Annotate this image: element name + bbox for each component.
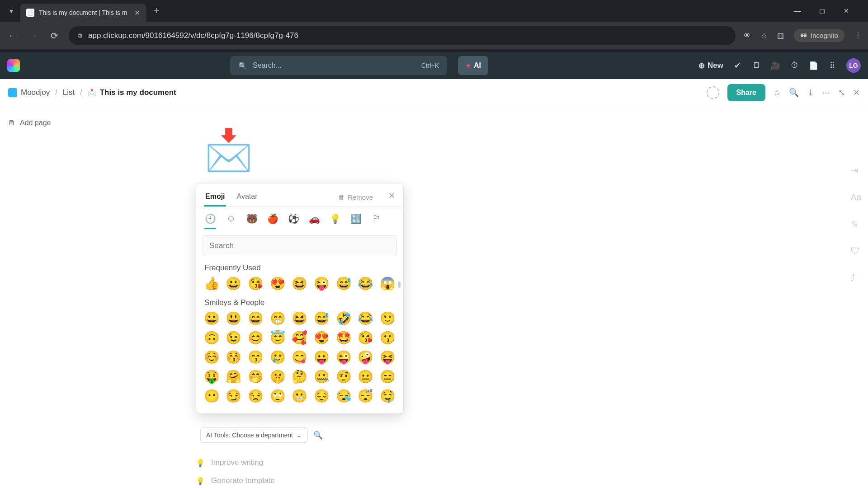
typography-icon[interactable]: Aa xyxy=(851,192,862,202)
emoji-item[interactable]: 😝 xyxy=(379,350,396,365)
ai-button[interactable]: ✦ AI xyxy=(458,56,488,75)
emoji-item[interactable]: 😛 xyxy=(313,350,330,365)
emoji-item[interactable]: 😘 xyxy=(247,276,264,291)
emoji-item[interactable]: 😑 xyxy=(379,369,396,384)
browser-menu-icon[interactable]: ⋮ xyxy=(854,31,862,40)
star-icon[interactable]: ☆ xyxy=(774,88,781,98)
window-close-icon[interactable]: ✕ xyxy=(837,7,855,14)
emoji-item[interactable]: 😁 xyxy=(269,311,286,326)
emoji-item[interactable]: 🥰 xyxy=(292,330,308,345)
crumb-workspace[interactable]: Moodjoy xyxy=(8,88,50,97)
emoji-item[interactable]: 😋 xyxy=(292,350,308,365)
tab-avatar[interactable]: Avatar xyxy=(236,188,259,206)
nav-back-icon[interactable]: ← xyxy=(6,30,19,41)
emoji-item[interactable]: 😶 xyxy=(203,389,220,404)
cat-symbols-icon[interactable]: 🔣 xyxy=(350,213,362,229)
apps-grid-icon[interactable]: ⠿ xyxy=(827,61,837,70)
doc-icon[interactable]: 📄 xyxy=(808,61,818,70)
emoji-item[interactable]: 🤫 xyxy=(269,369,286,384)
window-maximize-icon[interactable]: ▢ xyxy=(813,7,831,14)
emoji-item[interactable]: 🤭 xyxy=(247,369,264,384)
emoji-item[interactable]: 😱 xyxy=(379,276,396,291)
emoji-item[interactable]: 😃 xyxy=(226,311,242,326)
emoji-item[interactable]: 😜 xyxy=(335,350,352,365)
crumb-list[interactable]: List xyxy=(63,88,75,97)
close-panel-icon[interactable]: ✕ xyxy=(853,88,860,98)
emoji-item[interactable]: 😇 xyxy=(269,330,286,345)
bookmark-star-icon[interactable]: ☆ xyxy=(761,31,767,40)
emoji-item[interactable]: 🥲 xyxy=(269,350,286,365)
emoji-item[interactable]: 😗 xyxy=(379,330,396,345)
emoji-item[interactable]: 🤑 xyxy=(203,369,220,384)
tab-list-dropdown[interactable]: ▾ xyxy=(5,4,18,18)
cat-recent-icon[interactable]: 🕘 xyxy=(204,213,216,229)
emoji-item[interactable]: 😄 xyxy=(247,311,264,326)
add-page-button[interactable]: 🗎 Add page xyxy=(8,119,96,127)
timer-icon[interactable]: ⏱ xyxy=(789,61,799,70)
crumb-document[interactable]: 📩 This is my document xyxy=(88,88,176,97)
emoji-item[interactable]: 🤨 xyxy=(335,369,352,384)
emoji-item[interactable]: 😴 xyxy=(358,389,374,404)
emoji-item[interactable]: ☺️ xyxy=(203,350,220,365)
cat-objects-icon[interactable]: 💡 xyxy=(329,213,341,229)
download-icon[interactable]: ⤓ xyxy=(807,88,814,98)
emoji-item[interactable]: 😂 xyxy=(358,276,374,291)
emoji-item[interactable]: 😙 xyxy=(247,350,264,365)
url-field[interactable]: ⧉ app.clickup.com/9016164592/v/dc/8cpfg7… xyxy=(69,26,736,45)
emoji-item[interactable]: 😆 xyxy=(292,311,308,326)
protect-icon[interactable]: 🛡 xyxy=(851,246,862,256)
incognito-badge[interactable]: 🕶 Incognito xyxy=(794,29,844,42)
more-menu-icon[interactable]: ⋯ xyxy=(822,88,830,98)
panel-icon[interactable]: ▥ xyxy=(777,31,784,40)
emoji-item[interactable]: 😒 xyxy=(247,389,264,404)
emoji-item[interactable]: 🙄 xyxy=(269,389,286,404)
emoji-item[interactable]: 🤗 xyxy=(226,369,242,384)
emoji-item[interactable]: 🤔 xyxy=(292,369,308,384)
emoji-item[interactable]: 🤤 xyxy=(379,389,396,404)
emoji-item[interactable]: 😂 xyxy=(358,311,374,326)
picker-close-icon[interactable]: ✕ xyxy=(388,191,395,204)
suggestion-improve-writing[interactable]: 💡 Improve writing xyxy=(196,458,327,467)
emoji-item[interactable]: 😀 xyxy=(226,276,242,291)
emoji-item[interactable]: 😜 xyxy=(313,276,330,291)
app-logo-icon[interactable] xyxy=(7,59,20,72)
cat-activity-icon[interactable]: ⚽ xyxy=(288,213,299,229)
global-search[interactable]: 🔍 Search... Ctrl+K xyxy=(230,56,447,75)
notepad-icon[interactable]: 🗒 xyxy=(751,61,761,70)
doc-search-icon[interactable]: 🔍 xyxy=(789,88,799,98)
scrollbar-thumb[interactable] xyxy=(398,282,401,288)
collapse-icon[interactable]: ⤡ xyxy=(838,88,845,98)
emoji-item[interactable]: 🤐 xyxy=(313,369,330,384)
emoji-item[interactable]: 🙃 xyxy=(203,330,220,345)
emoji-item[interactable]: 😍 xyxy=(313,330,330,345)
nav-forward-icon[interactable]: → xyxy=(27,30,40,41)
export-icon[interactable]: ⤴ xyxy=(851,272,862,283)
emoji-item[interactable]: 😆 xyxy=(292,276,308,291)
emoji-item[interactable]: 😬 xyxy=(292,389,308,404)
assignee-placeholder-icon[interactable] xyxy=(707,86,719,99)
remove-icon-button[interactable]: 🗑 Remove xyxy=(338,193,373,201)
eye-off-icon[interactable]: 👁 xyxy=(744,32,751,40)
new-tab-button[interactable]: + xyxy=(154,5,160,17)
emoji-item[interactable]: 🙂 xyxy=(379,311,396,326)
emoji-item[interactable]: 😏 xyxy=(226,389,242,404)
site-info-icon[interactable]: ⧉ xyxy=(78,32,82,39)
emoji-item[interactable]: 🤣 xyxy=(335,311,352,326)
window-minimize-icon[interactable]: — xyxy=(788,7,807,14)
tab-close-icon[interactable]: ✕ xyxy=(134,9,140,17)
tab-emoji[interactable]: Emoji xyxy=(204,188,226,206)
emoji-item[interactable]: 😘 xyxy=(358,330,374,345)
emoji-item[interactable]: 😀 xyxy=(203,311,220,326)
emoji-item[interactable]: 🤩 xyxy=(335,330,352,345)
cat-travel-icon[interactable]: 🚗 xyxy=(308,213,320,229)
magic-wand-icon[interactable]: ✎ xyxy=(851,219,862,230)
emoji-item[interactable]: 😐 xyxy=(358,369,374,384)
check-circle-icon[interactable]: ✔ xyxy=(732,61,742,70)
cat-smileys-icon[interactable]: ☺ xyxy=(225,213,237,229)
emoji-item[interactable]: 😍 xyxy=(269,276,286,291)
emoji-item[interactable]: 😉 xyxy=(226,330,242,345)
emoji-item[interactable]: 😚 xyxy=(226,350,242,365)
emoji-item[interactable]: 😪 xyxy=(335,389,352,404)
cat-food-icon[interactable]: 🍎 xyxy=(267,213,278,229)
share-button[interactable]: Share xyxy=(727,84,765,101)
